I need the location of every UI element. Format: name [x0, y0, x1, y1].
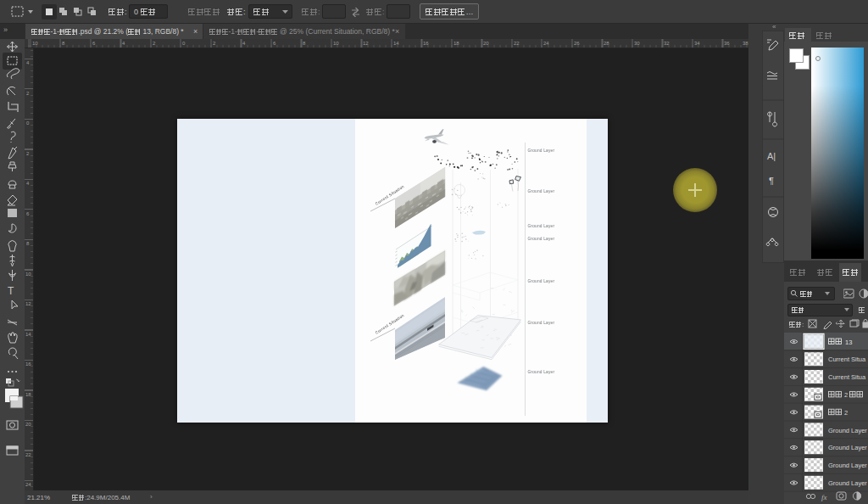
svg-text:Ground Layer: Ground Layer	[828, 426, 867, 434]
svg-text:Ground Layer: Ground Layer	[828, 444, 867, 451]
svg-text:13: 13	[845, 338, 852, 345]
svg-text:Ground Layer: Ground Layer	[528, 370, 555, 374]
svg-text:¶: ¶	[769, 176, 774, 186]
svg-text:Ground Layer: Ground Layer	[828, 462, 867, 469]
svg-text:Ground Layer: Ground Layer	[528, 321, 555, 325]
svg-text:A|: A|	[767, 151, 776, 161]
svg-text:Ground Layer: Ground Layer	[528, 237, 555, 241]
svg-text:Ground Layer: Ground Layer	[528, 279, 555, 283]
svg-text:Ground Layer: Ground Layer	[528, 189, 555, 193]
svg-text:T: T	[8, 285, 14, 297]
svg-text:Ground Layer: Ground Layer	[528, 224, 555, 228]
svg-text:Current Situa: Current Situa	[828, 373, 866, 381]
svg-text:fx: fx	[821, 493, 827, 501]
svg-text:2: 2	[844, 408, 848, 416]
svg-text:Ground Layer: Ground Layer	[528, 148, 555, 153]
svg-text:2: 2	[844, 390, 848, 398]
svg-text:Current Situa: Current Situa	[828, 356, 866, 363]
svg-text:Ground Layer: Ground Layer	[828, 479, 867, 486]
